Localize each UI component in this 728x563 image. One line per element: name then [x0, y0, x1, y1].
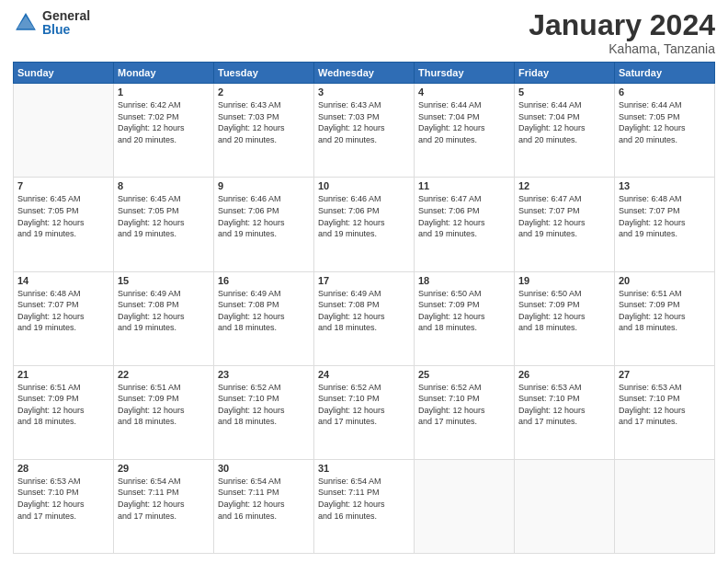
calendar-cell: 30Sunrise: 6:54 AMSunset: 7:11 PMDayligh… — [214, 459, 314, 553]
svg-marker-1 — [17, 17, 35, 29]
day-number: 8 — [118, 180, 210, 191]
week-row-3: 14Sunrise: 6:48 AMSunset: 7:07 PMDayligh… — [14, 271, 715, 365]
day-info: Sunrise: 6:44 AMSunset: 7:04 PMDaylight:… — [418, 99, 510, 145]
day-number: 9 — [218, 180, 310, 191]
day-number: 6 — [619, 86, 711, 98]
day-number: 17 — [318, 275, 410, 286]
day-number: 1 — [118, 86, 210, 98]
day-info: Sunrise: 6:51 AMSunset: 7:09 PMDaylight:… — [17, 382, 109, 428]
day-number: 19 — [518, 275, 610, 286]
logo-blue-text: Blue — [42, 23, 90, 37]
day-number: 14 — [17, 275, 109, 286]
day-info: Sunrise: 6:45 AMSunset: 7:05 PMDaylight:… — [118, 193, 210, 239]
day-number: 26 — [518, 369, 610, 380]
calendar-cell: 1Sunrise: 6:42 AMSunset: 7:02 PMDaylight… — [114, 84, 214, 178]
calendar-cell: 19Sunrise: 6:50 AMSunset: 7:09 PMDayligh… — [515, 271, 615, 365]
calendar-cell — [14, 84, 114, 178]
calendar-cell: 4Sunrise: 6:44 AMSunset: 7:04 PMDaylight… — [415, 84, 515, 178]
day-number: 4 — [418, 86, 510, 98]
weekday-header-friday: Friday — [515, 63, 615, 84]
week-row-5: 28Sunrise: 6:53 AMSunset: 7:10 PMDayligh… — [14, 459, 715, 553]
day-info: Sunrise: 6:46 AMSunset: 7:06 PMDaylight:… — [218, 193, 310, 239]
day-info: Sunrise: 6:48 AMSunset: 7:07 PMDaylight:… — [619, 193, 711, 239]
weekday-header-row: SundayMondayTuesdayWednesdayThursdayFrid… — [14, 63, 715, 84]
calendar-cell: 16Sunrise: 6:49 AMSunset: 7:08 PMDayligh… — [214, 271, 314, 365]
day-number: 5 — [518, 86, 610, 98]
calendar-cell: 28Sunrise: 6:53 AMSunset: 7:10 PMDayligh… — [14, 459, 114, 553]
calendar-cell — [615, 459, 715, 553]
day-info: Sunrise: 6:52 AMSunset: 7:10 PMDaylight:… — [218, 382, 310, 428]
weekday-header-thursday: Thursday — [415, 63, 515, 84]
logo-general-text: General — [42, 9, 90, 23]
day-info: Sunrise: 6:44 AMSunset: 7:04 PMDaylight:… — [518, 99, 610, 145]
calendar-cell: 2Sunrise: 6:43 AMSunset: 7:03 PMDaylight… — [214, 84, 314, 178]
calendar-cell: 3Sunrise: 6:43 AMSunset: 7:03 PMDaylight… — [314, 84, 415, 178]
month-title: January 2024 — [529, 9, 715, 41]
day-info: Sunrise: 6:50 AMSunset: 7:09 PMDaylight:… — [418, 288, 510, 334]
day-info: Sunrise: 6:54 AMSunset: 7:11 PMDaylight:… — [318, 476, 410, 522]
day-number: 20 — [619, 275, 711, 286]
week-row-2: 7Sunrise: 6:45 AMSunset: 7:05 PMDaylight… — [14, 178, 715, 271]
day-number: 7 — [17, 180, 109, 191]
day-info: Sunrise: 6:49 AMSunset: 7:08 PMDaylight:… — [318, 288, 410, 334]
week-row-1: 1Sunrise: 6:42 AMSunset: 7:02 PMDaylight… — [14, 84, 715, 178]
calendar-cell: 11Sunrise: 6:47 AMSunset: 7:06 PMDayligh… — [415, 178, 515, 271]
calendar-cell: 14Sunrise: 6:48 AMSunset: 7:07 PMDayligh… — [14, 271, 114, 365]
day-number: 27 — [619, 369, 711, 380]
day-number: 12 — [518, 180, 610, 191]
day-info: Sunrise: 6:43 AMSunset: 7:03 PMDaylight:… — [218, 99, 310, 145]
day-info: Sunrise: 6:45 AMSunset: 7:05 PMDaylight:… — [17, 193, 109, 239]
day-info: Sunrise: 6:53 AMSunset: 7:10 PMDaylight:… — [518, 382, 610, 428]
weekday-header-sunday: Sunday — [14, 63, 114, 84]
day-number: 28 — [17, 463, 109, 474]
weekday-header-tuesday: Tuesday — [214, 63, 314, 84]
calendar-cell: 8Sunrise: 6:45 AMSunset: 7:05 PMDaylight… — [114, 178, 214, 271]
calendar-cell: 15Sunrise: 6:49 AMSunset: 7:08 PMDayligh… — [114, 271, 214, 365]
calendar-cell: 31Sunrise: 6:54 AMSunset: 7:11 PMDayligh… — [314, 459, 415, 553]
day-info: Sunrise: 6:54 AMSunset: 7:11 PMDaylight:… — [118, 476, 210, 522]
day-number: 24 — [318, 369, 410, 380]
day-number: 23 — [218, 369, 310, 380]
calendar-cell — [515, 459, 615, 553]
title-area: January 2024 Kahama, Tanzania — [529, 9, 715, 56]
calendar-cell: 23Sunrise: 6:52 AMSunset: 7:10 PMDayligh… — [214, 365, 314, 459]
day-info: Sunrise: 6:43 AMSunset: 7:03 PMDaylight:… — [318, 99, 410, 145]
weekday-header-wednesday: Wednesday — [314, 63, 415, 84]
logo-icon — [13, 10, 39, 36]
day-number: 2 — [218, 86, 310, 98]
calendar-cell: 20Sunrise: 6:51 AMSunset: 7:09 PMDayligh… — [615, 271, 715, 365]
day-number: 29 — [118, 463, 210, 474]
day-info: Sunrise: 6:47 AMSunset: 7:06 PMDaylight:… — [418, 193, 510, 239]
day-info: Sunrise: 6:51 AMSunset: 7:09 PMDaylight:… — [619, 288, 711, 334]
day-number: 25 — [418, 369, 510, 380]
day-number: 18 — [418, 275, 510, 286]
day-number: 11 — [418, 180, 510, 191]
day-number: 13 — [619, 180, 711, 191]
day-number: 10 — [318, 180, 410, 191]
calendar-cell: 17Sunrise: 6:49 AMSunset: 7:08 PMDayligh… — [314, 271, 415, 365]
calendar-cell: 10Sunrise: 6:46 AMSunset: 7:06 PMDayligh… — [314, 178, 415, 271]
calendar-cell: 22Sunrise: 6:51 AMSunset: 7:09 PMDayligh… — [114, 365, 214, 459]
weekday-header-saturday: Saturday — [615, 63, 715, 84]
day-info: Sunrise: 6:47 AMSunset: 7:07 PMDaylight:… — [518, 193, 610, 239]
day-info: Sunrise: 6:49 AMSunset: 7:08 PMDaylight:… — [118, 288, 210, 334]
logo-text: General Blue — [42, 9, 90, 38]
calendar-cell: 5Sunrise: 6:44 AMSunset: 7:04 PMDaylight… — [515, 84, 615, 178]
location: Kahama, Tanzania — [529, 41, 715, 56]
calendar-cell: 29Sunrise: 6:54 AMSunset: 7:11 PMDayligh… — [114, 459, 214, 553]
calendar-table: SundayMondayTuesdayWednesdayThursdayFrid… — [13, 62, 715, 554]
logo: General Blue — [13, 9, 90, 38]
calendar-cell: 27Sunrise: 6:53 AMSunset: 7:10 PMDayligh… — [615, 365, 715, 459]
day-number: 22 — [118, 369, 210, 380]
day-info: Sunrise: 6:46 AMSunset: 7:06 PMDaylight:… — [318, 193, 410, 239]
calendar-cell: 12Sunrise: 6:47 AMSunset: 7:07 PMDayligh… — [515, 178, 615, 271]
calendar-cell: 9Sunrise: 6:46 AMSunset: 7:06 PMDaylight… — [214, 178, 314, 271]
day-info: Sunrise: 6:49 AMSunset: 7:08 PMDaylight:… — [218, 288, 310, 334]
calendar-cell: 21Sunrise: 6:51 AMSunset: 7:09 PMDayligh… — [14, 365, 114, 459]
day-info: Sunrise: 6:50 AMSunset: 7:09 PMDaylight:… — [518, 288, 610, 334]
day-info: Sunrise: 6:44 AMSunset: 7:05 PMDaylight:… — [619, 99, 711, 145]
weekday-header-monday: Monday — [114, 63, 214, 84]
day-number: 3 — [318, 86, 410, 98]
day-info: Sunrise: 6:52 AMSunset: 7:10 PMDaylight:… — [318, 382, 410, 428]
calendar-cell: 13Sunrise: 6:48 AMSunset: 7:07 PMDayligh… — [615, 178, 715, 271]
